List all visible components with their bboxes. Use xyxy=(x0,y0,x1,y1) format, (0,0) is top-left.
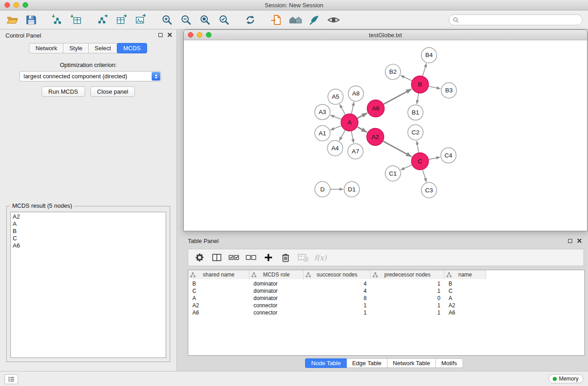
memory-button[interactable]: Memory xyxy=(549,374,583,383)
graph-node-A6[interactable]: A6 xyxy=(367,100,384,117)
import-file-button[interactable] xyxy=(269,13,284,27)
export-table-button[interactable] xyxy=(114,13,129,27)
graphics-details-button[interactable] xyxy=(326,13,341,27)
export-network-button[interactable] xyxy=(95,13,110,27)
network-canvas[interactable]: B4B2BB3A8A5A6A3B1AC2A1A2A4A7C4CC1DD1C3 xyxy=(184,40,587,231)
tab-node-table[interactable]: Node Table xyxy=(305,358,347,368)
table-row[interactable]: Cdominator41C xyxy=(188,287,584,295)
network-graph[interactable]: B4B2BB3A8A5A6A3B1AC2A1A2A4A7C4CC1DD1C3 xyxy=(184,40,587,231)
graph-node-A2[interactable]: A2 xyxy=(367,129,384,146)
network-window-zoom-button[interactable] xyxy=(206,32,211,38)
tab-network-table[interactable]: Network Table xyxy=(387,358,436,368)
column-header-predecessor-nodes[interactable]: predecessor nodes xyxy=(371,270,445,279)
tab-select[interactable]: Select xyxy=(88,43,117,53)
column-header-MCDS-role[interactable]: MCDS role xyxy=(249,270,304,279)
graph-node-A8[interactable]: A8 xyxy=(348,86,363,101)
run-mcds-button[interactable]: Run MCDS xyxy=(42,86,85,97)
graph-edge-C-C1[interactable] xyxy=(401,165,411,170)
mcds-result-item[interactable]: B xyxy=(13,228,164,235)
graph-node-A[interactable]: A xyxy=(341,114,358,131)
tab-network[interactable]: Network xyxy=(29,43,63,53)
criterion-dropdown[interactable]: largest connected component (directed) xyxy=(19,71,161,81)
search-input[interactable] xyxy=(461,16,578,24)
delete-column-button[interactable] xyxy=(278,250,293,265)
window-close-button[interactable] xyxy=(5,2,10,8)
graph-node-B[interactable]: B xyxy=(411,76,429,93)
graph-edge-A-A5[interactable] xyxy=(339,104,345,114)
graph-node-A7[interactable]: A7 xyxy=(348,143,363,159)
export-image-button[interactable] xyxy=(133,13,148,27)
network-overview-button[interactable] xyxy=(288,13,303,27)
graph-edge-B-B3[interactable] xyxy=(429,86,440,89)
import-network-button[interactable] xyxy=(50,13,65,27)
column-header-name[interactable]: name xyxy=(445,270,486,279)
function-builder-button[interactable]: f(x) xyxy=(312,250,328,265)
table-row[interactable]: A2connector11A2 xyxy=(188,302,584,309)
zoom-out-button[interactable] xyxy=(178,13,194,27)
graph-node-B1[interactable]: B1 xyxy=(408,105,423,120)
column-header-shared-name[interactable]: shared name xyxy=(188,270,249,279)
add-column-button[interactable] xyxy=(261,250,276,265)
mcds-result-item[interactable]: A xyxy=(13,220,164,228)
save-session-button[interactable] xyxy=(24,13,39,27)
float-table-panel-icon[interactable] xyxy=(568,239,572,243)
graph-node-C2[interactable]: C2 xyxy=(408,125,423,140)
graph-node-D[interactable]: D xyxy=(315,181,330,197)
network-window-close-button[interactable] xyxy=(188,32,193,38)
delete-table-button[interactable] xyxy=(295,250,311,265)
graph-edge-A-A3[interactable] xyxy=(330,115,341,119)
select-all-button[interactable] xyxy=(226,250,242,265)
graph-node-D1[interactable]: D1 xyxy=(344,181,359,197)
apply-layout-button[interactable] xyxy=(243,13,258,27)
network-window-minimize-button[interactable] xyxy=(197,32,202,38)
graph-edge-C-C2[interactable] xyxy=(417,141,419,152)
show-panels-button[interactable] xyxy=(5,374,18,384)
close-table-panel-icon[interactable] xyxy=(577,238,582,243)
node-table-body[interactable]: Bdominator41BCdominator41CAdominator80AA… xyxy=(188,279,584,355)
graph-edge-C-C3[interactable] xyxy=(423,170,426,182)
close-panel-button[interactable]: Close panel xyxy=(91,86,135,97)
window-zoom-button[interactable] xyxy=(23,2,28,8)
graph-node-A5[interactable]: A5 xyxy=(328,89,343,105)
graph-node-A3[interactable]: A3 xyxy=(315,105,330,120)
close-panel-icon[interactable] xyxy=(167,33,172,37)
graph-node-B2[interactable]: B2 xyxy=(385,64,401,80)
graph-node-B4[interactable]: B4 xyxy=(421,48,437,63)
zoom-selected-button[interactable] xyxy=(216,13,232,27)
graph-edge-B-B4[interactable] xyxy=(423,63,426,76)
graph-node-C4[interactable]: C4 xyxy=(441,148,456,163)
float-panel-icon[interactable] xyxy=(158,33,163,37)
network-window-titlebar[interactable]: testGlobe.txt xyxy=(184,30,587,40)
tab-mcds[interactable]: MCDS xyxy=(117,43,147,53)
zoom-fit-button[interactable] xyxy=(197,13,213,27)
graph-node-C1[interactable]: C1 xyxy=(385,166,401,181)
window-minimize-button[interactable] xyxy=(14,2,19,8)
mcds-result-item[interactable]: C xyxy=(13,235,164,242)
graph-edge-C-C4[interactable] xyxy=(429,157,440,159)
graph-edge-A-A7[interactable] xyxy=(351,131,354,143)
mcds-result-item[interactable]: A2 xyxy=(13,213,164,220)
import-table-button[interactable] xyxy=(69,13,84,27)
table-row[interactable]: Bdominator41B xyxy=(188,280,584,287)
open-session-button[interactable] xyxy=(5,13,20,27)
graph-edge-A-A6[interactable] xyxy=(358,113,368,119)
graph-edge-A-A8[interactable] xyxy=(351,102,354,114)
graph-edge-A2-C[interactable] xyxy=(383,141,412,157)
graph-node-B3[interactable]: B3 xyxy=(441,83,457,98)
graph-edge-A-A1[interactable] xyxy=(330,126,341,130)
graph-edge-A-A2[interactable] xyxy=(358,127,367,132)
graph-node-C3[interactable]: C3 xyxy=(421,182,437,198)
tab-edge-table[interactable]: Edge Table xyxy=(346,358,387,368)
mcds-result-list[interactable]: A2ABCA6 xyxy=(10,212,166,358)
apply-style-button[interactable] xyxy=(307,13,322,27)
graph-edge-B-B2[interactable] xyxy=(401,76,412,81)
mcds-result-item[interactable]: A6 xyxy=(13,242,164,249)
graph-node-C[interactable]: C xyxy=(411,152,429,170)
zoom-in-button[interactable] xyxy=(159,13,175,27)
graph-edge-B-B1[interactable] xyxy=(417,93,419,104)
show-column-button[interactable] xyxy=(209,250,225,265)
column-header-successor-nodes[interactable]: successor nodes xyxy=(304,270,371,279)
deselect-all-button[interactable] xyxy=(244,250,259,265)
graph-node-A4[interactable]: A4 xyxy=(327,140,343,156)
graph-edge-A6-B[interactable] xyxy=(384,89,412,104)
